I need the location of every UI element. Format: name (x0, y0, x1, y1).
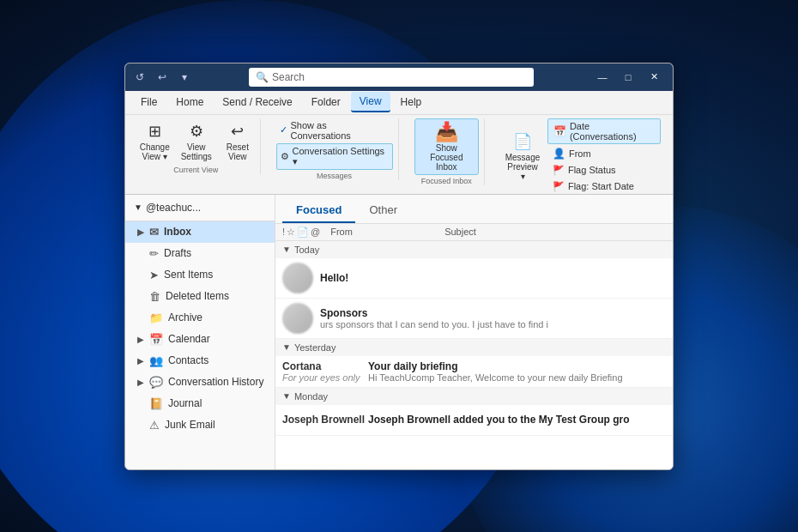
email-row[interactable]: Cortana For your eyes only Your daily br… (275, 356, 673, 388)
ribbon-group-arrangement: 📄 MessagePreview ▾ 📅 Date (Conversations… (495, 118, 666, 194)
flag-start-date-button[interactable]: 🚩 Flag: Start Date (547, 179, 661, 194)
sidebar-item-junk-email[interactable]: ⚠ Junk Email (125, 414, 275, 436)
email-row[interactable]: Sponsors urs sponsors that I can send to… (275, 299, 673, 339)
sidebar-item-journal[interactable]: 📔 Journal (125, 393, 275, 414)
inbox-label: Inbox (164, 226, 191, 238)
at-col-icon: @ (311, 227, 320, 237)
menu-view[interactable]: View (351, 92, 390, 112)
email-tabs: Focused Other (275, 195, 673, 224)
sidebar-item-deleted-items[interactable]: 🗑 Deleted Items (125, 286, 275, 307)
today-expand-icon: ▼ (282, 245, 291, 254)
sidebar-item-conversation-history[interactable]: ▶ 💬 Conversation History (125, 372, 275, 393)
sidebar-item-archive[interactable]: 📁 Archive (125, 307, 275, 329)
account-expand-icon: ▼ (134, 203, 142, 212)
email-info: Joseph Brownell added you to the My Test… (368, 414, 666, 426)
date-header-today: ▼ Today (275, 241, 673, 258)
show-as-conversations-label: Show as Conversations (291, 120, 390, 141)
undo-icon[interactable]: ↩ (154, 70, 170, 85)
show-as-conversations-button[interactable]: ✓ Show as Conversations (276, 118, 393, 142)
archive-label: Archive (168, 311, 203, 323)
calendar-icon: 📅 (553, 125, 566, 137)
from-column-header: From (323, 227, 441, 237)
sidebar-account[interactable]: ▼ @teachuc... (125, 195, 275, 221)
subject-column-header: Subject (444, 227, 666, 237)
title-bar-icons: ↺ ↩ ▾ (132, 70, 192, 85)
outlook-window: ↺ ↩ ▾ 🔍 Search — □ ✕ File Home Send / Re… (124, 63, 674, 470)
email-list-header: ! ☆ 📄 @ From Subject (275, 224, 673, 241)
email-info: Sponsors urs sponsors that I can send to… (320, 307, 666, 329)
email-subject: Your daily briefing (368, 360, 666, 372)
header-icons: ! ☆ 📄 @ (282, 227, 320, 238)
tab-other[interactable]: Other (355, 198, 411, 223)
messages-buttons: ✓ Show as Conversations ⚙ Conversation S… (276, 118, 393, 170)
menu-folder[interactable]: Folder (303, 93, 349, 112)
sidebar-item-drafts[interactable]: ✏ Drafts (125, 243, 275, 264)
contacts-expand-icon: ▶ (137, 356, 144, 366)
view-settings-icon: ⚙ (184, 121, 209, 142)
search-bar[interactable]: 🔍 Search (249, 68, 534, 87)
email-row[interactable]: Joseph Brownell Joseph Brownell added yo… (275, 405, 673, 436)
sidebar-item-inbox[interactable]: ▶ ✉ Inbox (125, 221, 275, 243)
deleted-label: Deleted Items (166, 290, 229, 302)
conv-history-expand-icon: ▶ (137, 378, 144, 387)
refresh-icon[interactable]: ↺ (132, 70, 148, 85)
conversation-settings-button[interactable]: ⚙ Conversation Settings ▾ (276, 143, 393, 170)
flag-col-icon: ! (282, 227, 285, 237)
sidebar-item-contacts[interactable]: ▶ 👥 Contacts (125, 350, 275, 372)
calendar-label: Calendar (168, 333, 210, 345)
drafts-label: Drafts (164, 247, 191, 259)
minimize-button[interactable]: — (590, 69, 614, 86)
star-col-icon: ☆ (287, 227, 295, 238)
archive-icon: 📁 (149, 311, 163, 324)
email-preview: urs sponsors that I can send to you. I j… (320, 319, 666, 329)
email-subject: Sponsors (320, 307, 666, 319)
menu-send-receive[interactable]: Send / Receive (214, 93, 300, 112)
view-settings-button[interactable]: ⚙ ViewSettings (177, 118, 216, 164)
deleted-icon: 🗑 (149, 290, 160, 303)
sidebar-item-sent-items[interactable]: ➤ Sent Items (125, 264, 275, 286)
junk-icon: ⚠ (149, 419, 160, 432)
drafts-icon: ✏ (149, 247, 159, 260)
from-button[interactable]: 👤 From (547, 146, 661, 161)
current-view-buttons: ⊞ ChangeView ▾ ⚙ ViewSettings ↩ ResetVie… (136, 118, 257, 164)
menu-help[interactable]: Help (392, 93, 431, 112)
search-icon: 🔍 (256, 71, 269, 83)
gear-icon: ⚙ (281, 151, 289, 162)
from-icon: 👤 (553, 148, 565, 160)
calendar-icon2: 📅 (149, 333, 163, 346)
inbox-expand-icon: ▶ (137, 227, 144, 237)
message-preview-button[interactable]: 📄 MessagePreview ▾ (500, 129, 545, 184)
flag-start-date-icon: 🚩 (553, 181, 565, 192)
flag-start-date-label: Flag: Start Date (568, 181, 634, 191)
conv-history-label: Conversation History (168, 376, 263, 388)
account-email: @teachuc... (146, 202, 201, 214)
calendar-expand-icon: ▶ (137, 335, 144, 344)
date-conversations-button[interactable]: 📅 Date (Conversations) (547, 118, 661, 144)
yesterday-expand-icon: ▼ (282, 342, 291, 352)
avatar (282, 263, 313, 293)
search-placeholder: Search (272, 71, 305, 83)
menu-home[interactable]: Home (167, 93, 212, 112)
email-from: Joseph Brownell (282, 414, 368, 426)
contacts-icon: 👥 (149, 354, 163, 367)
sent-icon: ➤ (149, 269, 159, 281)
message-preview-icon: 📄 (511, 131, 535, 152)
close-button[interactable]: ✕ (642, 69, 666, 86)
from-label: From (569, 148, 591, 159)
current-view-label: Current View (173, 166, 218, 174)
junk-label: Junk Email (165, 419, 215, 431)
flag-status-label: Flag Status (568, 165, 616, 175)
reset-view-button[interactable]: ↩ ResetView (219, 118, 257, 164)
change-view-button[interactable]: ⊞ ChangeView ▾ (136, 118, 174, 164)
dropdown-icon[interactable]: ▾ (177, 70, 192, 85)
show-focused-inbox-button[interactable]: 📥 Show FocusedInbox (414, 118, 480, 175)
email-list: ▼ Today Hello! Sponsors urs sponsors tha… (275, 241, 673, 469)
flag-status-button[interactable]: 🚩 Flag Status (547, 163, 661, 178)
ribbon-group-current-view: ⊞ ChangeView ▾ ⚙ ViewSettings ↩ ResetVie… (132, 118, 261, 174)
tab-focused[interactable]: Focused (282, 198, 355, 223)
ribbon-group-messages: ✓ Show as Conversations ⚙ Conversation S… (271, 118, 399, 180)
menu-file[interactable]: File (132, 93, 166, 112)
sidebar-item-calendar[interactable]: ▶ 📅 Calendar (125, 329, 275, 350)
email-row[interactable]: Hello! (275, 258, 673, 299)
maximize-button[interactable]: □ (616, 69, 640, 86)
